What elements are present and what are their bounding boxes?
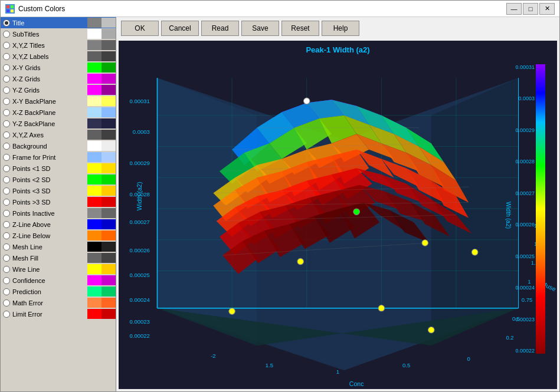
swatch1-mesh_line[interactable] <box>87 242 101 252</box>
swatch2-frame_print[interactable] <box>101 152 116 162</box>
color-item-points_2sd[interactable]: Points <2 SD <box>1 174 116 185</box>
swatch2-mesh_fill[interactable] <box>101 253 116 263</box>
radio-x_grids[interactable] <box>3 64 10 71</box>
swatch2-xyz_labels[interactable] <box>101 51 116 61</box>
swatch1-mesh_fill[interactable] <box>87 253 101 263</box>
swatch1-subtitles[interactable] <box>87 29 101 39</box>
color-item-yz_backplane[interactable]: Y-Z BackPlane <box>1 118 116 129</box>
swatch1-limit_error[interactable] <box>87 309 101 319</box>
radio-prediction[interactable] <box>3 288 10 295</box>
color-item-xz_backplane[interactable]: X-Z BackPlane <box>1 107 116 118</box>
radio-confidence[interactable] <box>3 277 10 284</box>
save-button[interactable]: Save <box>241 21 279 36</box>
swatch1-prediction[interactable] <box>87 286 101 297</box>
read-button[interactable]: Read <box>201 21 239 36</box>
swatch1-yz_grids[interactable] <box>87 85 101 95</box>
color-item-background[interactable]: Background <box>1 140 116 151</box>
color-item-subtitles[interactable]: SubTitles <box>1 28 116 39</box>
swatch2-points_1sd[interactable] <box>101 163 116 173</box>
swatch2-title[interactable] <box>101 18 116 28</box>
swatch2-wire_line[interactable] <box>101 264 116 274</box>
radio-points_2sd[interactable] <box>3 176 10 183</box>
color-item-confidence[interactable]: Confidence <box>1 275 116 286</box>
swatch2-confidence[interactable] <box>101 275 116 285</box>
swatch2-limit_error[interactable] <box>101 309 116 319</box>
swatch1-confidence[interactable] <box>87 275 101 285</box>
color-item-mesh_fill[interactable]: Mesh Fill <box>1 252 116 263</box>
radio-math_error[interactable] <box>3 299 10 307</box>
color-item-math_error[interactable]: Math Error <box>1 297 116 308</box>
radio-xz_grids[interactable] <box>3 75 10 83</box>
swatch1-points_3sd[interactable] <box>87 186 101 196</box>
radio-zline_above[interactable] <box>3 221 10 228</box>
radio-points_1sd[interactable] <box>3 165 10 172</box>
radio-limit_error[interactable] <box>3 311 10 318</box>
color-item-limit_error[interactable]: Limit Error <box>1 308 116 319</box>
swatch2-mesh_line[interactable] <box>101 242 116 252</box>
color-item-frame_print[interactable]: Frame for Print <box>1 151 116 163</box>
radio-frame_print[interactable] <box>3 154 10 161</box>
swatch1-yz_backplane[interactable] <box>87 118 101 129</box>
ok-button[interactable]: OK <box>121 21 159 36</box>
color-item-points_g3sd[interactable]: Points >3 SD <box>1 196 116 207</box>
radio-points_inactive[interactable] <box>3 210 10 217</box>
swatch2-yz_backplane[interactable] <box>101 118 116 129</box>
radio-title[interactable] <box>3 19 10 27</box>
color-item-zline_below[interactable]: Z-Line Below <box>1 230 116 241</box>
swatch1-xz_grids[interactable] <box>87 74 101 84</box>
color-item-points_inactive[interactable]: Points Inactive <box>1 207 116 219</box>
color-item-x_grids[interactable]: X-Y Grids <box>1 62 116 73</box>
swatch1-frame_print[interactable] <box>87 152 101 162</box>
radio-xyz_titles[interactable] <box>3 42 10 49</box>
swatch2-prediction[interactable] <box>101 286 116 297</box>
color-item-wire_line[interactable]: Wire Line <box>1 263 116 275</box>
swatch2-points_2sd[interactable] <box>101 174 116 185</box>
radio-subtitles[interactable] <box>3 31 10 38</box>
swatch1-zline_above[interactable] <box>87 219 101 229</box>
close-button[interactable]: ✕ <box>539 3 555 15</box>
swatch1-points_2sd[interactable] <box>87 174 101 185</box>
swatch2-yz_grids[interactable] <box>101 85 116 95</box>
swatch1-zline_below[interactable] <box>87 230 101 241</box>
radio-xy_backplane[interactable] <box>3 98 10 105</box>
swatch2-xz_grids[interactable] <box>101 74 116 84</box>
color-item-xyz_titles[interactable]: X,Y,Z Titles <box>1 39 116 51</box>
swatch1-points_g3sd[interactable] <box>87 197 101 207</box>
swatch2-points_inactive[interactable] <box>101 208 116 218</box>
color-item-points_1sd[interactable]: Points <1 SD <box>1 163 116 174</box>
swatch1-x_grids[interactable] <box>87 62 101 73</box>
color-item-xy_backplane[interactable]: X-Y BackPlane <box>1 95 116 107</box>
swatch1-points_inactive[interactable] <box>87 208 101 218</box>
cancel-button[interactable]: Cancel <box>161 21 199 36</box>
color-item-xz_grids[interactable]: X-Z Grids <box>1 73 116 84</box>
radio-xyz_labels[interactable] <box>3 53 10 60</box>
swatch1-xyz_titles[interactable] <box>87 40 101 50</box>
swatch1-title[interactable] <box>87 18 101 28</box>
radio-wire_line[interactable] <box>3 266 10 273</box>
help-button[interactable]: Help <box>322 21 359 36</box>
radio-background[interactable] <box>3 143 10 150</box>
minimize-button[interactable]: — <box>506 3 522 15</box>
radio-xz_backplane[interactable] <box>3 109 10 116</box>
swatch1-wire_line[interactable] <box>87 264 101 274</box>
swatch1-xz_backplane[interactable] <box>87 107 101 117</box>
radio-xyz_axes[interactable] <box>3 131 10 139</box>
color-item-title[interactable]: Title <box>1 17 116 28</box>
radio-mesh_fill[interactable] <box>3 255 10 262</box>
maximize-button[interactable]: □ <box>523 3 538 15</box>
swatch2-xy_backplane[interactable] <box>101 96 116 106</box>
color-item-xyz_axes[interactable]: X,Y,Z Axes <box>1 129 116 140</box>
radio-zline_below[interactable] <box>3 232 10 239</box>
swatch1-xyz_labels[interactable] <box>87 51 101 61</box>
swatch2-xyz_axes[interactable] <box>101 130 116 140</box>
swatch1-math_error[interactable] <box>87 298 101 308</box>
swatch2-xyz_titles[interactable] <box>101 40 116 50</box>
color-item-xyz_labels[interactable]: X,Y,Z Labels <box>1 51 116 62</box>
swatch2-zline_above[interactable] <box>101 219 116 229</box>
reset-button[interactable]: Reset <box>281 21 319 36</box>
swatch1-points_1sd[interactable] <box>87 163 101 173</box>
swatch2-xz_backplane[interactable] <box>101 107 116 117</box>
swatch2-x_grids[interactable] <box>101 62 116 73</box>
color-item-prediction[interactable]: Prediction <box>1 286 116 297</box>
color-item-mesh_line[interactable]: Mesh Line <box>1 241 116 252</box>
